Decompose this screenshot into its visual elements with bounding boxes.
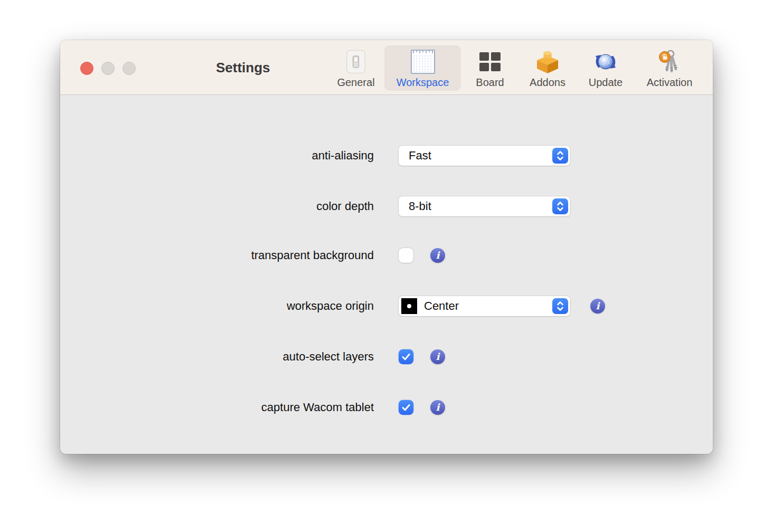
stepper-icon bbox=[552, 198, 568, 214]
transparent-background-label: transparent background bbox=[60, 245, 374, 265]
checkmark-icon bbox=[401, 352, 411, 362]
toolbar: General bbox=[327, 45, 704, 91]
tab-addons-label: Addons bbox=[530, 77, 565, 88]
grid-canvas-icon bbox=[410, 47, 436, 77]
workspace-origin-select[interactable]: Center bbox=[399, 296, 570, 316]
settings-content: anti-aliasing Fast color depth 8-bit bbox=[60, 95, 713, 454]
row-capture-wacom-tablet: capture Wacom tablet i bbox=[60, 397, 713, 417]
stepper-icon bbox=[552, 148, 568, 164]
color-depth-select[interactable]: 8-bit bbox=[399, 196, 570, 216]
info-icon[interactable]: i bbox=[430, 349, 445, 364]
row-color-depth: color depth 8-bit bbox=[60, 196, 713, 216]
stepper-icon bbox=[552, 298, 568, 314]
tab-activation-label: Activation bbox=[647, 77, 693, 88]
tab-workspace-label: Workspace bbox=[397, 77, 449, 88]
light-switch-icon bbox=[346, 47, 365, 77]
transparent-background-checkbox[interactable] bbox=[399, 248, 413, 263]
tab-board[interactable]: Board bbox=[461, 45, 519, 91]
update-sync-icon bbox=[592, 47, 619, 77]
capture-wacom-tablet-label: capture Wacom tablet bbox=[60, 397, 374, 417]
traffic-lights bbox=[80, 62, 136, 75]
color-depth-label: color depth bbox=[60, 196, 374, 216]
anti-aliasing-label: anti-aliasing bbox=[60, 146, 374, 166]
workspace-origin-value: Center bbox=[424, 296, 459, 316]
color-depth-value: 8-bit bbox=[409, 196, 431, 216]
keys-icon bbox=[657, 47, 682, 77]
tab-addons[interactable]: Addons bbox=[519, 45, 576, 91]
tab-general[interactable]: General bbox=[327, 45, 384, 91]
anti-aliasing-value: Fast bbox=[409, 146, 431, 166]
info-icon[interactable]: i bbox=[430, 400, 445, 415]
anti-aliasing-select[interactable]: Fast bbox=[399, 146, 570, 166]
titlebar: Settings General bbox=[60, 40, 713, 95]
row-workspace-origin: workspace origin Center i bbox=[60, 296, 713, 316]
tab-update-label: Update bbox=[589, 77, 623, 88]
tab-general-label: General bbox=[337, 77, 374, 88]
tab-workspace[interactable]: Workspace bbox=[384, 45, 461, 91]
info-icon[interactable]: i bbox=[430, 248, 445, 263]
tab-board-label: Board bbox=[476, 77, 504, 88]
auto-select-layers-label: auto-select layers bbox=[60, 347, 374, 367]
workspace-origin-label: workspace origin bbox=[60, 296, 374, 316]
tab-activation[interactable]: Activation bbox=[635, 45, 704, 91]
row-anti-aliasing: anti-aliasing Fast bbox=[60, 146, 713, 166]
row-auto-select-layers: auto-select layers i bbox=[60, 347, 713, 367]
window-title: Settings bbox=[216, 60, 270, 76]
row-transparent-background: transparent background i bbox=[60, 245, 713, 265]
zoom-button[interactable] bbox=[122, 62, 136, 75]
close-button[interactable] bbox=[80, 62, 93, 75]
auto-select-layers-checkbox[interactable] bbox=[399, 349, 413, 364]
center-origin-swatch bbox=[401, 298, 417, 314]
minimize-button[interactable] bbox=[101, 62, 115, 75]
addon-brick-icon bbox=[535, 47, 560, 77]
capture-wacom-tablet-checkbox[interactable] bbox=[399, 400, 413, 415]
settings-window: Settings General bbox=[60, 40, 713, 454]
info-icon[interactable]: i bbox=[590, 299, 605, 314]
board-grid-icon bbox=[479, 47, 501, 77]
checkmark-icon bbox=[401, 402, 411, 413]
tab-update[interactable]: Update bbox=[576, 45, 635, 91]
